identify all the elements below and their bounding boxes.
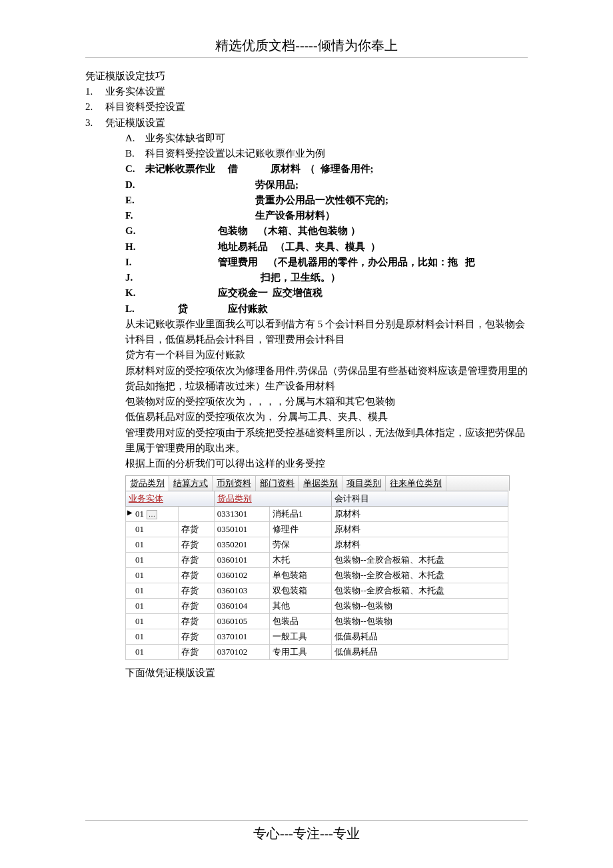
cell-goods-name[interactable]: 木托 <box>269 553 331 568</box>
cell-account[interactable]: 低值易耗品 <box>331 645 508 660</box>
cell-account[interactable]: 原材料 <box>331 522 508 537</box>
table-row[interactable]: 01存货0350101修理件原材料 <box>126 522 508 537</box>
ellipsis-button[interactable]: … <box>147 510 157 519</box>
cell-goods-code[interactable]: 0360105 <box>214 614 269 629</box>
sub-text: 贷 应付账款 <box>145 301 268 317</box>
cell-entity-code[interactable]: 01 <box>126 568 179 583</box>
num-item: 凭证模版设置 <box>105 115 165 131</box>
cell-entity-code[interactable]: 01 <box>126 599 179 614</box>
col-goods[interactable]: 货品类别 <box>214 491 331 507</box>
table-row[interactable]: 01存货0350201劳保原材料 <box>126 537 508 553</box>
num-1: 1. <box>85 84 105 99</box>
cell-goods-name[interactable]: 双包装箱 <box>269 583 331 599</box>
footer-divider <box>85 820 528 821</box>
cell-entity-name[interactable]: 存货 <box>179 614 214 629</box>
letter-L: L. <box>125 301 145 317</box>
table-row[interactable]: 01存货0360101木托包装物--全胶合板箱、木托盘 <box>126 553 508 568</box>
letter-G: G. <box>125 223 145 239</box>
cell-goods-name[interactable]: 一般工具 <box>269 629 331 645</box>
cell-entity-name[interactable] <box>179 507 214 522</box>
cell-goods-name[interactable]: 其他 <box>269 599 331 614</box>
tab-settlement[interactable]: 结算方式 <box>169 476 213 491</box>
letter-E: E. <box>125 193 145 208</box>
para: 从未记账收票作业里面我么可以看到借方有 5 个会计科目分别是原材料会计科目，包装… <box>125 317 528 348</box>
cell-goods-code[interactable]: 0350101 <box>214 522 269 537</box>
cell-entity-code[interactable]: 01 <box>126 522 179 537</box>
cell-goods-name[interactable]: 修理件 <box>269 522 331 537</box>
sub-text: 应交税金一 应交增值税 <box>145 285 322 301</box>
cell-goods-code[interactable]: 0360101 <box>214 553 269 568</box>
table-row[interactable]: 01存货0360104其他包装物--包装物 <box>126 599 508 614</box>
letter-I: I. <box>125 255 145 270</box>
cell-goods-name[interactable]: 劳保 <box>269 537 331 553</box>
col-account[interactable]: 会计科目 <box>331 491 508 507</box>
letter-A: A. <box>125 131 145 146</box>
tab-currency[interactable]: 币别资料 <box>213 476 256 491</box>
table-row[interactable]: 01存货0370101一般工具低值易耗品 <box>126 629 508 645</box>
letter-J: J. <box>125 270 145 285</box>
cell-goods-name[interactable]: 单包装箱 <box>269 568 331 583</box>
page-footer: 专心---专注---专业 <box>0 820 613 843</box>
cell-entity-name[interactable]: 存货 <box>179 537 214 553</box>
para: 贷方有一个科目为应付账款 <box>125 347 528 363</box>
control-table: 业务实体 货品类别 会计科目 01…0331301消耗品1原材料01存货0350… <box>125 491 508 660</box>
cell-entity-code[interactable]: 01… <box>126 507 179 522</box>
cell-goods-code[interactable]: 0350201 <box>214 537 269 553</box>
cell-entity-name[interactable]: 存货 <box>179 522 214 537</box>
numbered-list: 1.业务实体设置 2.科目资料受控设置 3.凭证模版设置 <box>85 84 528 131</box>
cell-goods-name[interactable]: 专用工具 <box>269 645 331 660</box>
analysis-paragraphs: 从未记账收票作业里面我么可以看到借方有 5 个会计科目分别是原材料会计科目，包装… <box>125 317 528 472</box>
cell-goods-name[interactable]: 消耗品1 <box>269 507 331 522</box>
cell-entity-name[interactable]: 存货 <box>179 553 214 568</box>
letter-F: F. <box>125 208 145 223</box>
cell-entity-name[interactable]: 存货 <box>179 568 214 583</box>
cell-account[interactable]: 包装物--全胶合板箱、木托盘 <box>331 583 508 599</box>
cell-goods-code[interactable]: 0331301 <box>214 507 269 522</box>
cell-goods-code[interactable]: 0360103 <box>214 583 269 599</box>
para: 根据上面的分析我们可以得出这样的业务受控 <box>125 456 528 471</box>
cell-account[interactable]: 原材料 <box>331 537 508 553</box>
cell-goods-code[interactable]: 0370101 <box>214 629 269 645</box>
table-row[interactable]: 01存货0360103双包装箱包装物--全胶合板箱、木托盘 <box>126 583 508 599</box>
cell-account[interactable]: 低值易耗品 <box>331 629 508 645</box>
cell-goods-code[interactable]: 0360102 <box>214 568 269 583</box>
cell-entity-code[interactable]: 01 <box>126 537 179 553</box>
cell-entity-code[interactable]: 01 <box>126 614 179 629</box>
page-header: 精选优质文档-----倾情为你奉上 <box>85 37 528 55</box>
cell-entity-code[interactable]: 01 <box>126 645 179 660</box>
cell-entity-name[interactable]: 存货 <box>179 599 214 614</box>
table-row[interactable]: 01存货0360105包装品包装物--包装物 <box>126 614 508 629</box>
cell-account[interactable]: 原材料 <box>331 507 508 522</box>
table-row[interactable]: 01存货0360102单包装箱包装物--全胶合板箱、木托盘 <box>126 568 508 583</box>
tab-partner[interactable]: 往来单位类别 <box>386 476 446 491</box>
cell-account[interactable]: 包装物--全胶合板箱、木托盘 <box>331 553 508 568</box>
cell-entity-name[interactable]: 存货 <box>179 645 214 660</box>
cell-entity-name[interactable]: 存货 <box>179 629 214 645</box>
cell-entity-name[interactable]: 存货 <box>179 583 214 599</box>
letter-H: H. <box>125 239 145 255</box>
cell-goods-code[interactable]: 0370102 <box>214 645 269 660</box>
letter-B: B. <box>125 146 145 161</box>
cell-account[interactable]: 包装物--包装物 <box>331 614 508 629</box>
sub-text: 包装物 （木箱、其他包装物 ） <box>145 223 360 239</box>
num-2: 2. <box>85 99 105 115</box>
col-entity[interactable]: 业务实体 <box>126 491 215 507</box>
tab-goods-category[interactable]: 货品类别 <box>126 476 169 491</box>
tab-department[interactable]: 部门资料 <box>256 476 299 491</box>
cell-entity-code[interactable]: 01 <box>126 583 179 599</box>
sub-text: 业务实体缺省即可 <box>145 131 225 146</box>
cell-entity-code[interactable]: 01 <box>126 553 179 568</box>
cell-account[interactable]: 包装物--包装物 <box>331 599 508 614</box>
table-row[interactable]: 01…0331301消耗品1原材料 <box>126 507 508 522</box>
cell-account[interactable]: 包装物--全胶合板箱、木托盘 <box>331 568 508 583</box>
cell-entity-code[interactable]: 01 <box>126 629 179 645</box>
tab-project[interactable]: 项目类别 <box>342 476 386 491</box>
cell-goods-name[interactable]: 包装品 <box>269 614 331 629</box>
sub-text: 扫把，卫生纸。） <box>145 270 340 285</box>
tab-doc-type[interactable]: 单据类别 <box>299 476 342 491</box>
header-divider <box>85 57 528 58</box>
sub-text: 生产设备用材料） <box>145 208 335 223</box>
cell-goods-code[interactable]: 0360104 <box>214 599 269 614</box>
table-row[interactable]: 01存货0370102专用工具低值易耗品 <box>126 645 508 660</box>
sub-text: 未记帐收票作业 借 原材料 （ 修理备用件; <box>145 161 374 177</box>
